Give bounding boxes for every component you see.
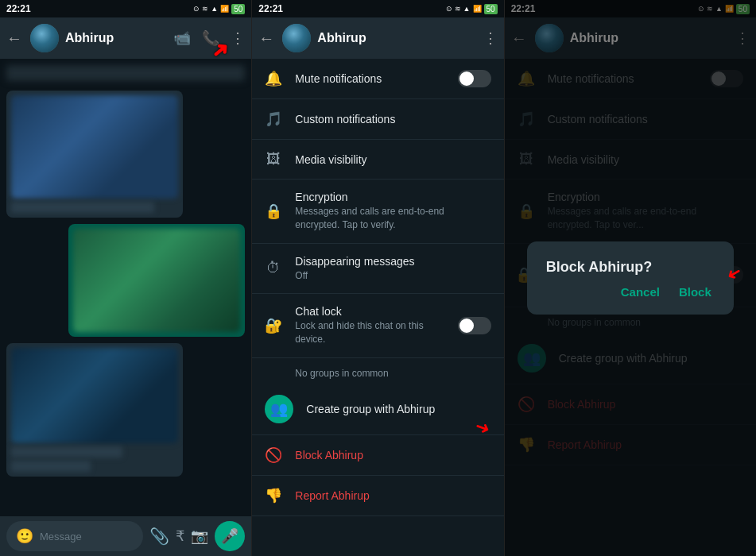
chat-lock-toggle[interactable] xyxy=(458,317,491,334)
settings-item-mute[interactable]: 🔔 Mute notifications xyxy=(252,59,503,99)
custom-notif-label: Custom notifications xyxy=(295,113,490,125)
red-arrow-dialog: ➜ xyxy=(723,261,746,287)
chat-image-2 xyxy=(73,229,240,332)
video-call-icon[interactable]: 📹 xyxy=(173,29,191,47)
chat-lock-content: Chat lock Lock and hide this chat on thi… xyxy=(295,305,444,346)
chat-text-1 xyxy=(11,202,154,213)
dialog-title: Block Abhirup? xyxy=(546,259,715,276)
create-group-content: Create group with Abhirup xyxy=(306,403,490,415)
settings-title-2[interactable]: Abhirup xyxy=(317,31,476,45)
padlock-icon: 🔐 xyxy=(265,317,282,334)
avatar-2[interactable] xyxy=(282,24,311,52)
mic-button[interactable]: 🎤 xyxy=(215,521,245,551)
status-icons-2: ⊙ ≋ ▲ 📶 50 xyxy=(446,4,498,14)
block-content: Block Abhirup xyxy=(295,449,490,461)
settings-item-disappearing[interactable]: ⏱ Disappearing messages Off xyxy=(252,244,503,295)
back-button-2[interactable]: ← xyxy=(258,29,274,48)
mute-label: Mute notifications xyxy=(295,72,444,85)
create-group-label: Create group with Abhirup xyxy=(306,403,490,415)
time-2: 22:21 xyxy=(258,3,283,14)
chat-image-1 xyxy=(11,95,178,199)
settings-item-create-group[interactable]: 👥 Create group with Abhirup xyxy=(252,384,503,435)
block-label: Block Abhirup xyxy=(295,449,490,461)
timer-icon: ⏱ xyxy=(265,260,282,276)
mic-icon: 🎤 xyxy=(221,527,238,545)
settings-item-report[interactable]: 👎 Report Abhirup xyxy=(252,476,503,516)
media-label: Media visibility xyxy=(295,153,490,166)
panel-settings-dialog: 22:21 ⊙ ≋ ▲ 📶 50 ← Abhirup ⋮ 🔔 Mute noti… xyxy=(505,0,756,556)
report-icon: 👎 xyxy=(265,487,282,504)
block-dialog: Block Abhirup? Cancel Block ➜ xyxy=(527,241,734,315)
back-button[interactable]: ← xyxy=(6,29,22,48)
settings-item-media[interactable]: 🖼 Media visibility xyxy=(252,140,503,180)
settings-item-block[interactable]: 🚫 Block Abhirup xyxy=(252,435,503,476)
encryption-content: Encryption Messages and calls are end-to… xyxy=(295,191,490,232)
time-1: 22:21 xyxy=(6,3,31,14)
status-bar-1: 22:21 ⊙ ≋ ▲ 📶 50 xyxy=(0,0,251,17)
more-options-icon[interactable]: ⋮ xyxy=(231,29,245,47)
bell-icon: 🔔 xyxy=(265,70,282,87)
block-confirm-button[interactable]: Block xyxy=(676,280,715,303)
camera-icon[interactable]: 📷 xyxy=(191,527,208,545)
report-label: Report Abhirup xyxy=(295,489,490,502)
chat-lock-label: Chat lock xyxy=(295,305,444,318)
settings-list-2: 🔔 Mute notifications 🎵 Custom notificati… xyxy=(252,59,503,556)
image-icon: 🖼 xyxy=(265,151,282,168)
section-label-2: No groups in common xyxy=(252,358,503,384)
block-icon: 🚫 xyxy=(265,446,282,464)
chat-bubble-recv-1 xyxy=(6,91,183,218)
report-content: Report Abhirup xyxy=(295,489,490,502)
custom-notif-content: Custom notifications xyxy=(295,113,490,125)
chat-title[interactable]: Abhirup xyxy=(65,31,167,45)
chat-image-3 xyxy=(11,348,178,443)
currency-icon[interactable]: ₹ xyxy=(176,527,184,545)
avatar[interactable] xyxy=(30,24,59,52)
header-icons-2: ⋮ xyxy=(483,29,498,47)
chat-input-bar: 🙂 Message 📎 ₹ 📷 🎤 xyxy=(0,516,251,556)
chat-area[interactable] xyxy=(0,59,251,516)
chat-text-3 xyxy=(11,461,91,472)
blurred-msg-1 xyxy=(6,65,245,81)
settings-item-chat-lock[interactable]: 🔐 Chat lock Lock and hide this chat on t… xyxy=(252,294,503,358)
encryption-label: Encryption xyxy=(295,191,490,203)
status-bar-2: 22:21 ⊙ ≋ ▲ 📶 50 xyxy=(252,0,503,17)
media-content: Media visibility xyxy=(295,153,490,166)
attachment-icon[interactable]: 📎 xyxy=(149,527,169,546)
mute-toggle[interactable] xyxy=(458,70,491,87)
emoji-icon[interactable]: 🙂 xyxy=(16,527,33,545)
lock-icon: 🔒 xyxy=(265,203,282,220)
music-icon: 🎵 xyxy=(265,110,282,128)
disappearing-sublabel: Off xyxy=(295,269,490,283)
chat-text-2 xyxy=(11,446,122,458)
group-icon: 👥 xyxy=(265,395,293,423)
encryption-sublabel: Messages and calls are end-to-end encryp… xyxy=(295,205,490,232)
settings-header-2: ← Abhirup ⋮ xyxy=(252,17,503,59)
message-placeholder: Message xyxy=(40,531,82,542)
disappearing-content: Disappearing messages Off xyxy=(295,255,490,283)
more-options-icon-2[interactable]: ⋮ xyxy=(483,29,498,47)
dialog-overlay: Block Abhirup? Cancel Block ➜ xyxy=(505,0,756,556)
mute-content: Mute notifications xyxy=(295,72,444,85)
disappearing-label: Disappearing messages xyxy=(295,255,490,268)
cancel-button[interactable]: Cancel xyxy=(618,280,663,303)
settings-item-custom-notif[interactable]: 🎵 Custom notifications xyxy=(252,99,503,140)
chat-bubble-recv-2 xyxy=(6,343,183,477)
panel-settings: 22:21 ⊙ ≋ ▲ 📶 50 ← Abhirup ⋮ 🔔 Mute noti… xyxy=(252,0,504,556)
chat-bubble-sent-1 xyxy=(68,224,245,337)
status-icons-1: ⊙ ≋ ▲ 📶 50 xyxy=(193,4,245,14)
settings-item-encryption[interactable]: 🔒 Encryption Messages and calls are end-… xyxy=(252,180,503,244)
dialog-buttons: Cancel Block xyxy=(546,280,715,303)
message-input-box[interactable]: 🙂 Message xyxy=(6,521,143,551)
panel-chat: 22:21 ⊙ ≋ ▲ 📶 50 ← Abhirup 📹 📞 ⋮ ➜ xyxy=(0,0,252,556)
chat-lock-sublabel: Lock and hide this chat on this device. xyxy=(295,319,444,346)
